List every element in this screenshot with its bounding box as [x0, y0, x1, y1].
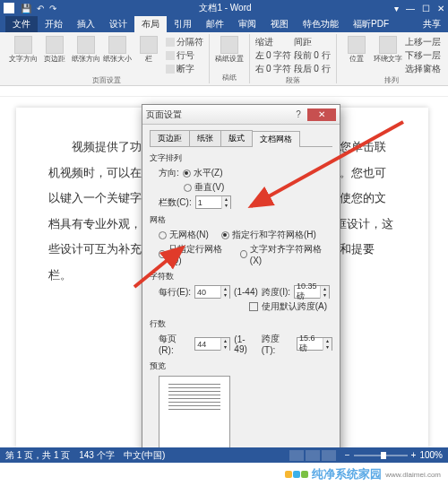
group-manuscript: 稿纸设置 稿纸 [210, 34, 250, 83]
grid-label: 网格 [150, 214, 332, 226]
section-lines: 行数 每页(R): 44▴▾ (1-49) 跨度(T): 15.6 磅▴▾ [150, 318, 332, 355]
group-label: 段落 [255, 75, 331, 86]
preview-label: 预览 [150, 360, 332, 372]
btn-text-direction[interactable]: 文字方向 [9, 36, 38, 63]
per-line-label: 每行(E): [159, 286, 191, 299]
zoom-slider[interactable] [354, 455, 408, 456]
btn-line-numbers[interactable]: 行号 [166, 49, 203, 62]
group-paragraph: 缩进 左 0 字符 右 0 字符 间距 段前 0 行 段后 0 行 段落 [250, 34, 337, 83]
btn-hyphenation[interactable]: 断字 [166, 63, 203, 75]
qat-save-icon[interactable]: 💾 [21, 4, 31, 13]
tab-design[interactable]: 设计 [102, 16, 134, 32]
indent-left[interactable]: 左 0 字符 [255, 49, 291, 62]
qat-redo-icon[interactable]: ↷ [49, 4, 56, 13]
tab-mailings[interactable]: 邮件 [199, 16, 231, 32]
wrap-icon [379, 36, 397, 54]
radio-line-grid[interactable]: 只指定行网格(Q) [159, 243, 228, 265]
tab-layout[interactable]: 版式 [220, 130, 253, 146]
span-label: 跨度(I): [262, 286, 290, 299]
btn-breaks[interactable]: 分隔符 [166, 36, 203, 48]
radio-icon [159, 250, 166, 258]
radio-no-grid[interactable]: 无网格(N) [159, 229, 209, 241]
btn-size[interactable]: 纸张大小 [103, 36, 132, 63]
word-icon [4, 3, 14, 13]
dialog-close-icon[interactable]: ✕ [307, 108, 336, 121]
watermark: 纯净系统家园 www.dlaimei.com [0, 463, 448, 486]
tab-special[interactable]: 特色功能 [296, 16, 346, 32]
btn-columns[interactable]: 栏 [134, 36, 163, 63]
help-icon[interactable]: ? [291, 108, 306, 121]
chars-per-line-spinner[interactable]: 40▴▾ [194, 285, 230, 299]
tab-references[interactable]: 引用 [167, 16, 199, 32]
zoom-in-icon[interactable]: + [411, 450, 417, 460]
spin-up-icon[interactable]: ▴ [220, 338, 229, 344]
view-web-icon[interactable] [322, 450, 336, 461]
radio-icon [221, 231, 229, 239]
spin-down-icon[interactable]: ▾ [323, 344, 332, 351]
default-span-checkbox[interactable] [249, 302, 258, 311]
btn-selection-pane[interactable]: 选择窗格 [405, 63, 441, 75]
spin-up-icon[interactable]: ▴ [320, 286, 329, 292]
view-print-icon[interactable] [306, 450, 320, 461]
lines-per-page-spinner[interactable]: 44▴▾ [194, 337, 230, 351]
status-lang[interactable]: 中文(中国) [124, 449, 166, 462]
section-preview: 预览 [150, 360, 332, 456]
zoom-out-icon[interactable]: − [345, 450, 350, 460]
direction-label: 方向: [159, 167, 179, 179]
btn-bring-forward[interactable]: 上移一层 [405, 36, 441, 48]
tab-document-grid[interactable]: 文档网格 [252, 131, 300, 147]
indent-right[interactable]: 右 0 字符 [255, 63, 291, 75]
ribbon-opts-icon[interactable]: ▾ [394, 4, 399, 13]
radio-horizontal[interactable]: 水平(Z) [183, 167, 223, 179]
tab-view[interactable]: 视图 [263, 16, 296, 32]
maximize-icon[interactable]: ☐ [422, 4, 430, 13]
btn-manuscript[interactable]: 稿纸设置 [215, 36, 244, 63]
status-words[interactable]: 143 个字 [79, 449, 114, 462]
spin-down-icon[interactable]: ▾ [221, 203, 230, 209]
text-arrange-label: 文字排列 [150, 152, 332, 164]
tab-home[interactable]: 开始 [38, 16, 70, 32]
spin-up-icon[interactable]: ▴ [323, 338, 332, 344]
tab-insert[interactable]: 插入 [70, 16, 102, 32]
tab-review[interactable]: 审阅 [231, 16, 263, 32]
spin-down-icon[interactable]: ▾ [220, 292, 229, 299]
view-read-icon[interactable] [289, 450, 304, 461]
spacing-after[interactable]: 段后 0 行 [294, 63, 330, 75]
spacing-before[interactable]: 段前 0 行 [294, 49, 330, 62]
close-icon[interactable]: ✕ [437, 4, 444, 13]
position-icon [348, 36, 366, 54]
btn-send-backward[interactable]: 下移一层 [405, 49, 441, 62]
per-page-range: (1-49) [234, 334, 257, 354]
char-span-spinner[interactable]: 10.35 磅▴▾ [294, 285, 330, 299]
margins-icon [46, 36, 64, 54]
columns-icon [140, 36, 158, 54]
tab-foxit[interactable]: 福昕PDF [346, 16, 396, 32]
tab-margins[interactable]: 页边距 [150, 130, 190, 146]
btn-wrap[interactable]: 环绕文字 [374, 36, 402, 63]
btn-margins[interactable]: 页边距 [40, 36, 69, 63]
status-page[interactable]: 第 1 页，共 1 页 [5, 449, 70, 462]
spin-down-icon[interactable]: ▾ [320, 292, 329, 299]
tab-layout[interactable]: 布局 [134, 16, 167, 32]
watermark-url: www.dlaimei.com [385, 471, 441, 479]
columns-spinner[interactable]: 1▴▾ [195, 195, 231, 209]
dialog-titlebar: 页面设置 ? ✕ [142, 105, 340, 125]
radio-vertical[interactable]: 垂直(V) [184, 181, 224, 194]
radio-char-align-grid[interactable]: 文字对齐字符网格(X) [240, 243, 323, 265]
tab-paper[interactable]: 纸张 [189, 130, 221, 146]
group-page-setup: 文字方向 页边距 纸张方向 纸张大小 栏 分隔符 行号 断字 页面设置 [4, 34, 210, 83]
spin-down-icon[interactable]: ▾ [220, 344, 229, 351]
share-button[interactable]: 共享 [416, 16, 448, 32]
line-span-spinner[interactable]: 15.6 磅▴▾ [297, 337, 332, 351]
minimize-icon[interactable]: — [406, 4, 415, 13]
radio-line-char-grid[interactable]: 指定行和字符网格(H) [221, 229, 316, 241]
spin-up-icon[interactable]: ▴ [220, 286, 229, 292]
tab-file[interactable]: 文件 [5, 16, 38, 32]
btn-position[interactable]: 位置 [342, 36, 371, 63]
spin-up-icon[interactable]: ▴ [221, 196, 230, 203]
zoom-value[interactable]: 100% [419, 450, 443, 460]
qat-undo-icon[interactable]: ↶ [37, 4, 44, 13]
zoom-control[interactable]: − + 100% [345, 450, 443, 460]
btn-orientation[interactable]: 纸张方向 [72, 36, 100, 63]
section-grid: 网格 无网格(N) 指定行和字符网格(H) 只指定行网格(Q) 文字对齐字符网格… [150, 214, 332, 265]
